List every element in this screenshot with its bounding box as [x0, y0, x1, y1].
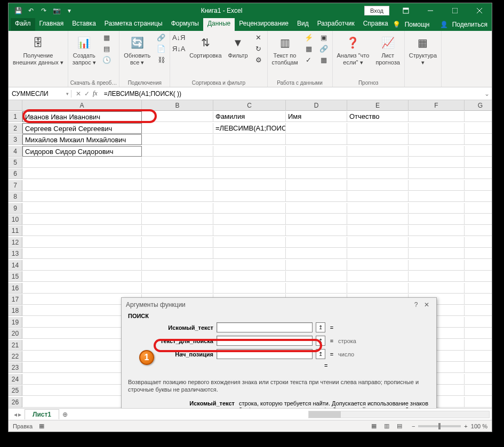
cell[interactable]: [142, 180, 213, 191]
cell[interactable]: [409, 271, 465, 282]
cell[interactable]: [465, 351, 492, 362]
cell[interactable]: [409, 283, 465, 294]
tell-me-icon[interactable]: 💡: [393, 21, 401, 28]
cell[interactable]: [213, 283, 286, 294]
save-icon[interactable]: 💾: [13, 5, 23, 16]
arg2-ref-icon[interactable]: ↥: [316, 336, 325, 346]
cell[interactable]: [142, 237, 213, 248]
cell[interactable]: [465, 180, 492, 191]
refresh-all-button[interactable]: 🔄 Обновить все ▾: [122, 33, 153, 67]
cell[interactable]: [347, 203, 409, 214]
text-to-columns-button[interactable]: ▥ Текст по столбцам: [270, 33, 300, 67]
cell[interactable]: [409, 180, 465, 191]
cell[interactable]: [286, 191, 347, 202]
tab-layout[interactable]: Разметка страницы: [100, 18, 167, 31]
row-header[interactable]: 16: [9, 283, 22, 294]
cell[interactable]: [22, 260, 142, 271]
expand-formula-bar-icon[interactable]: ⌄: [482, 90, 492, 97]
tab-formulas[interactable]: Формулы: [167, 18, 203, 31]
remove-duplicates-button[interactable]: ▦: [302, 44, 315, 55]
cell[interactable]: [286, 168, 347, 179]
spreadsheet-grid[interactable]: ABCDEFG1Иванов Иван ИвановичФамилияИмяОт…: [9, 100, 492, 408]
cell[interactable]: [286, 248, 347, 259]
outline-button[interactable]: ▦ Структура ▾: [407, 33, 439, 67]
cell[interactable]: [142, 134, 213, 145]
cell[interactable]: Сергеев Сергей Сергеевич: [22, 123, 142, 134]
accept-formula-icon[interactable]: ✓: [84, 90, 90, 97]
cell[interactable]: [142, 191, 213, 202]
column-header[interactable]: C: [213, 100, 286, 111]
cell[interactable]: [347, 157, 409, 168]
cell[interactable]: [22, 225, 142, 236]
cell[interactable]: [347, 180, 409, 191]
filter-button[interactable]: ▼ Фильтр: [226, 33, 250, 60]
from-table-button[interactable]: ▤: [100, 44, 113, 55]
camera-icon[interactable]: 📷: [51, 5, 62, 16]
cell[interactable]: [465, 305, 492, 316]
cell[interactable]: [142, 168, 213, 179]
cell[interactable]: [465, 203, 492, 214]
cell[interactable]: =ЛЕВСИМВ(A1;ПОИСК( )): [213, 123, 286, 134]
cell[interactable]: [465, 362, 492, 373]
cell[interactable]: [22, 214, 142, 225]
tab-insert[interactable]: Вставка: [68, 18, 100, 31]
cell[interactable]: [347, 260, 409, 271]
cell[interactable]: [465, 260, 492, 271]
tab-data[interactable]: Данные: [203, 18, 235, 31]
macro-record-icon[interactable]: ▦: [39, 422, 44, 429]
cell[interactable]: Имя: [286, 111, 347, 122]
forecast-sheet-button[interactable]: 📈 Лист прогноза: [373, 33, 402, 67]
cell[interactable]: [347, 214, 409, 225]
row-header[interactable]: 14: [9, 260, 22, 271]
connections-button[interactable]: 🔗: [155, 33, 167, 44]
cell[interactable]: [409, 248, 465, 259]
close-icon[interactable]: [467, 3, 492, 18]
share-icon[interactable]: 👤: [440, 21, 448, 28]
row-header[interactable]: 1: [9, 111, 22, 122]
cell[interactable]: [22, 271, 142, 282]
cell[interactable]: [142, 248, 213, 259]
row-header[interactable]: 12: [9, 237, 22, 248]
cell[interactable]: [465, 397, 492, 408]
cell[interactable]: [465, 191, 492, 202]
cell[interactable]: [465, 157, 492, 168]
cell[interactable]: [465, 317, 492, 328]
cell[interactable]: [22, 168, 142, 179]
cell[interactable]: [286, 237, 347, 248]
row-header[interactable]: 6: [9, 168, 22, 179]
arg3-input[interactable]: [217, 349, 313, 359]
cell[interactable]: [465, 328, 492, 339]
cell[interactable]: [465, 146, 492, 157]
row-header[interactable]: 11: [9, 225, 22, 236]
data-model-button[interactable]: ▦: [317, 55, 330, 66]
name-box[interactable]: СУММЕСЛИ: [9, 90, 71, 97]
insert-function-icon[interactable]: fx: [93, 90, 98, 97]
cell[interactable]: [409, 123, 465, 134]
flash-fill-button[interactable]: ⚡: [302, 33, 315, 44]
cell[interactable]: [409, 225, 465, 236]
cell[interactable]: [142, 203, 213, 214]
cell[interactable]: [465, 374, 492, 385]
cell[interactable]: [213, 191, 286, 202]
row-header[interactable]: 19: [9, 317, 22, 328]
cell[interactable]: [213, 214, 286, 225]
recent-sources-button[interactable]: 🕓: [100, 55, 113, 66]
edit-links-button[interactable]: ⛓: [155, 55, 167, 66]
cell[interactable]: [142, 157, 213, 168]
clear-filter-button[interactable]: ✕: [252, 33, 265, 44]
qat-dropdown-icon[interactable]: ▾: [64, 5, 75, 16]
redo-icon[interactable]: ↷: [38, 5, 49, 16]
cell[interactable]: Фамилия: [213, 111, 286, 122]
cell[interactable]: [409, 203, 465, 214]
cell[interactable]: [142, 111, 213, 122]
row-header[interactable]: 13: [9, 248, 22, 259]
horizontal-scrollbar[interactable]: [71, 411, 490, 418]
cell[interactable]: [213, 203, 286, 214]
row-header[interactable]: 4: [9, 146, 22, 157]
cell[interactable]: [409, 214, 465, 225]
cell[interactable]: [409, 111, 465, 122]
column-header[interactable]: F: [409, 100, 465, 111]
cell[interactable]: Иванов Иван Иванович: [22, 111, 142, 122]
cell[interactable]: [286, 123, 347, 134]
undo-icon[interactable]: ↶: [26, 5, 36, 16]
